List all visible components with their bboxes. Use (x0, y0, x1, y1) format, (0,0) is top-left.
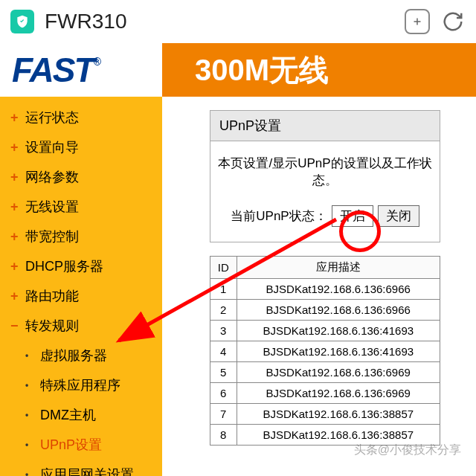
table-row: 4BJSDKat192.168.6.136:41693 (210, 341, 440, 362)
cell-id: 7 (210, 404, 237, 425)
panel-title: UPnP设置 (210, 111, 440, 141)
header-band: FAST® 300M无线 (0, 43, 476, 97)
sidebar-item[interactable]: •UPnP设置 (0, 430, 162, 460)
cell-desc: BJSDKat192.168.6.136:41693 (237, 341, 440, 362)
main-area: UPnP设置 本页设置/显示UPnP的设置以及工作状态。 当前UPnP状态： 开… (162, 43, 476, 476)
table-row: 7BJSDKat192.168.6.136:38857 (210, 404, 440, 425)
cell-id: 3 (210, 321, 237, 341)
bullet-icon: + (10, 170, 19, 185)
table-row: 3BJSDKat192.168.6.136:41693 (210, 321, 440, 341)
table-row: 2BJSDKat192.168.6.136:6966 (210, 300, 440, 321)
cell-id: 4 (210, 341, 237, 362)
sidebar-item[interactable]: +DHCP服务器 (0, 251, 162, 281)
logo-area: FAST® (0, 43, 162, 97)
sidebar-item-label: 网络参数 (25, 168, 79, 186)
cell-desc: BJSDKat192.168.6.136:41693 (237, 321, 440, 341)
sidebar-item-label: 应用层网关设置 (40, 466, 134, 476)
cell-desc: BJSDKat192.168.6.136:38857 (237, 404, 440, 425)
sidebar: +运行状态+设置向导+网络参数+无线设置+带宽控制+DHCP服务器+路由功能−转… (0, 43, 162, 476)
logo-text: FAST® (12, 50, 100, 90)
cell-id: 6 (210, 383, 237, 404)
cell-desc: BJSDKat192.168.6.136:6966 (237, 300, 440, 321)
col-id: ID (210, 257, 237, 279)
cell-id: 1 (210, 279, 237, 300)
bullet-icon: • (25, 469, 34, 476)
address-text[interactable]: FWR310 (45, 10, 394, 33)
bullet-icon: + (10, 199, 19, 215)
bullet-icon: • (25, 410, 34, 420)
table-row: 5BJSDKat192.168.6.136:6969 (210, 362, 440, 383)
sidebar-item-label: DHCP服务器 (25, 257, 103, 275)
upnp-table: ID 应用描述 1BJSDKat192.168.6.136:69662BJSDK… (210, 256, 440, 446)
browser-bar: FWR310 (0, 0, 476, 43)
sidebar-item[interactable]: +带宽控制 (0, 222, 162, 251)
table-row: 1BJSDKat192.168.6.136:6966 (210, 279, 440, 300)
table-row: 6BJSDKat192.168.6.136:6969 (210, 383, 440, 404)
cell-desc: BJSDKat192.168.6.136:6969 (237, 362, 440, 383)
banner-text: 300M无线 (162, 43, 476, 97)
bullet-icon: + (10, 140, 19, 155)
col-desc: 应用描述 (237, 257, 440, 279)
disable-button[interactable]: 关闭 (378, 205, 419, 227)
watermark: 头条@小俊技术分享 (354, 443, 461, 458)
bullet-icon: • (25, 440, 34, 450)
sidebar-item-label: 特殊应用程序 (40, 376, 120, 394)
panel-desc: 本页设置/显示UPnP的设置以及工作状态。 (218, 155, 432, 189)
sidebar-item[interactable]: +设置向导 (0, 132, 162, 162)
bookmark-button[interactable] (405, 9, 430, 34)
sidebar-item[interactable]: •应用层网关设置 (0, 460, 162, 476)
upnp-panel: UPnP设置 本页设置/显示UPnP的设置以及工作状态。 当前UPnP状态： 开… (210, 110, 440, 242)
enable-button[interactable]: 开启 (332, 205, 373, 227)
bullet-icon: • (25, 350, 34, 361)
sidebar-item[interactable]: −转发规则 (0, 311, 162, 341)
sidebar-item[interactable]: +路由功能 (0, 281, 162, 311)
status-row: 当前UPnP状态： 开启 关闭 (218, 205, 432, 227)
sidebar-item-label: 运行状态 (25, 109, 79, 126)
sidebar-item-label: UPnP设置 (40, 436, 102, 454)
bullet-icon: + (10, 289, 19, 304)
reload-button[interactable] (440, 9, 466, 34)
sidebar-item[interactable]: •特殊应用程序 (0, 370, 162, 400)
shield-icon (10, 10, 34, 33)
sidebar-item-label: 虚拟服务器 (40, 347, 107, 364)
sidebar-item[interactable]: +运行状态 (0, 103, 162, 132)
sidebar-item-label: 转发规则 (25, 317, 79, 335)
sidebar-item-label: 无线设置 (25, 198, 79, 216)
sidebar-item[interactable]: +无线设置 (0, 192, 162, 222)
sidebar-item[interactable]: +网络参数 (0, 162, 162, 192)
bullet-icon: − (10, 318, 19, 334)
bullet-icon: + (10, 110, 19, 126)
status-label: 当前UPnP状态： (231, 208, 327, 225)
cell-id: 2 (210, 300, 237, 321)
sidebar-item[interactable]: •虚拟服务器 (0, 341, 162, 370)
bullet-icon: • (25, 380, 34, 390)
cell-id: 8 (210, 425, 237, 446)
sidebar-item-label: 路由功能 (25, 287, 79, 305)
bullet-icon: + (10, 259, 19, 274)
bullet-icon: + (10, 229, 19, 245)
cell-desc: BJSDKat192.168.6.136:6966 (237, 279, 440, 300)
cell-desc: BJSDKat192.168.6.136:6969 (237, 383, 440, 404)
sidebar-item-label: DMZ主机 (40, 406, 96, 424)
sidebar-item-label: 带宽控制 (25, 228, 79, 245)
sidebar-item[interactable]: •DMZ主机 (0, 400, 162, 430)
cell-id: 5 (210, 362, 237, 383)
sidebar-item-label: 设置向导 (25, 138, 79, 156)
